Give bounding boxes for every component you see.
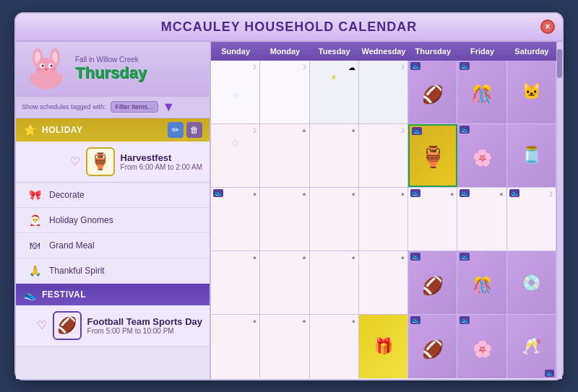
cell-r1c3[interactable]: ☁ ☀ <box>310 61 359 123</box>
sidebar: Fall in Willow Creek Thursday Show sched… <box>16 42 211 379</box>
holiday-section: ⭐ HOLIDAY ✏ 🗑 ♡ 🏺 Harvestfest From 6:00 … <box>16 118 210 284</box>
scrollbar-thumb <box>557 49 562 78</box>
harvestfest-favorite-button[interactable]: ♡ <box>70 154 80 168</box>
decorate-label: Decorate <box>49 190 85 200</box>
harvestfest-icon: 🏺 <box>86 147 115 176</box>
calendar-header: Sunday Monday Tuesday Wednesday Thursday… <box>211 42 556 61</box>
gnomes-label: Holiday Gnomes <box>49 215 113 225</box>
cell-r5c2[interactable]: ● <box>260 315 309 378</box>
cell-r3c4[interactable]: ● <box>359 188 408 251</box>
cell-r3c2[interactable]: ● <box>260 188 309 251</box>
thankful-icon: 🙏 <box>26 262 43 279</box>
cell-r3c3[interactable]: ● <box>310 188 359 251</box>
cell-r3c1[interactable]: 👟 ● <box>211 188 260 251</box>
cell-r1c4[interactable]: ☽ <box>359 61 408 123</box>
cell-r2c6[interactable]: 👟 🌸 <box>457 124 506 187</box>
decorate-icon: 🎀 <box>26 186 43 204</box>
bunny-mascot <box>25 48 68 91</box>
calendar-row-5: ● ● ● 🎁 👟 🏈 👟 <box>211 315 556 378</box>
calendar-area: Sunday Monday Tuesday Wednesday Thursday… <box>211 42 556 379</box>
holiday-actions: ✏ 🗑 <box>168 122 202 138</box>
cell-r2c5-harvestfest[interactable]: 👟 🏺 <box>408 124 457 187</box>
cell-r4c7[interactable]: 💿 <box>507 251 556 314</box>
cell-r2c1[interactable]: ☽ ✿ <box>211 124 260 187</box>
football-event: ♡ 🏈 Football Team Sports Day From 5:00 P… <box>16 305 210 347</box>
holiday-header: ⭐ HOLIDAY ✏ 🗑 <box>16 118 210 141</box>
cell-r4c1[interactable]: ● <box>211 251 260 314</box>
window-title: McCauley Household Calendar <box>161 19 418 35</box>
cell-r5c6[interactable]: 👟 🌸 <box>457 315 506 378</box>
cell-r5c3[interactable]: ● <box>310 315 359 378</box>
cell-r1c5-thursday[interactable]: 👟 🏈 <box>408 61 457 123</box>
content-area: Fall in Willow Creek Thursday Show sched… <box>16 42 562 379</box>
festival-header: 👟 FESTIVAL <box>16 284 210 305</box>
cell-r4c5[interactable]: 👟 🏈 <box>408 251 457 314</box>
header-wednesday: Wednesday <box>359 45 408 58</box>
cell-r1c2[interactable]: ☽ <box>260 61 309 123</box>
decorate-item[interactable]: 🎀 Decorate <box>16 183 210 208</box>
close-button[interactable]: × <box>540 19 555 34</box>
cell-r5c1[interactable]: ● <box>211 315 260 378</box>
grand-meal-icon: 🍽 <box>26 237 43 254</box>
cell-r2c2[interactable]: ● <box>260 124 309 187</box>
calendar-row-3: 👟 ● ● ● ● 👟 ● <box>211 188 556 251</box>
header-tuesday: Tuesday <box>310 45 359 58</box>
sim-header: Fall in Willow Creek Thursday <box>16 42 210 97</box>
cell-r4c6[interactable]: 👟 🎊 <box>457 251 506 314</box>
gnomes-icon: 🎅 <box>26 212 43 229</box>
header-saturday: Saturday <box>507 45 556 58</box>
scrollbar[interactable] <box>556 42 562 379</box>
title-bar: McCauley Household Calendar × <box>16 14 562 42</box>
cell-r1c6-friday[interactable]: 👟 🎊 <box>457 61 506 123</box>
cell-r5c7[interactable]: 🥂 👟 <box>507 315 556 378</box>
cell-r4c2[interactable]: ● <box>260 251 309 314</box>
holiday-gnomes-item[interactable]: 🎅 Holiday Gnomes <box>16 208 210 233</box>
svg-point-11 <box>36 67 42 71</box>
cell-r2c4[interactable]: ☽ <box>359 124 408 187</box>
svg-point-12 <box>51 67 56 71</box>
football-time: From 5:00 PM to 10:00 PM <box>87 327 202 335</box>
cell-r4c4[interactable]: ● <box>359 251 408 314</box>
cell-r3c6[interactable]: 👟 ● <box>457 188 506 251</box>
grand-meal-label: Grand Meal <box>49 240 95 251</box>
football-text: Football Team Sports Day From 5:00 PM to… <box>87 316 202 335</box>
filter-bar: Show schedules tagged with: Filter Items… <box>16 97 210 118</box>
cell-r1c1[interactable]: ☽ ❄ <box>211 61 260 123</box>
cell-r1c7-saturday[interactable]: 🐱 <box>507 61 556 123</box>
cell-r4c3[interactable]: ● <box>310 251 359 314</box>
sim-location: Fall in Willow Creek <box>75 56 201 64</box>
calendar-grid: ☽ ❄ ☽ ☁ ☀ ☽ 👟 <box>211 61 556 379</box>
festival-category-icon: 👟 <box>23 287 38 302</box>
holiday-category-icon: ⭐ <box>23 123 38 137</box>
harvestfest-event: ♡ 🏺 Harvestfest From 6:00 AM to 2:00 AM <box>16 141 210 183</box>
grand-meal-item[interactable]: 🍽 Grand Meal <box>16 233 210 258</box>
festival-section: 👟 FESTIVAL ♡ 🏈 Football Team Sports Day … <box>16 284 210 347</box>
holiday-delete-button[interactable]: 🗑 <box>186 122 202 138</box>
football-name: Football Team Sports Day <box>87 316 202 327</box>
holiday-sub-items: 🎀 Decorate 🎅 Holiday Gnomes 🍽 Grand Meal… <box>16 183 210 284</box>
calendar-row-1: ☽ ❄ ☽ ☁ ☀ ☽ 👟 <box>211 61 556 124</box>
filter-label: Show schedules tagged with: <box>22 103 106 110</box>
arrow-icon: ▼ <box>163 100 176 115</box>
header-monday: Monday <box>260 45 309 58</box>
svg-point-10 <box>45 68 48 70</box>
cell-r2c7[interactable]: 🫙 <box>507 124 556 187</box>
header-thursday: Thursday <box>408 45 457 58</box>
calendar-row-4: ● ● ● ● 👟 🏈 👟 <box>211 251 556 315</box>
thankful-spirit-item[interactable]: 🙏 Thankful Spirit <box>16 258 210 284</box>
svg-point-9 <box>51 64 53 66</box>
football-favorite-button[interactable]: ♡ <box>37 318 47 332</box>
holiday-edit-button[interactable]: ✏ <box>168 122 184 138</box>
calendar-row-2: ☽ ✿ ● ● ☽ 👟 🏺 <box>211 124 556 188</box>
filter-items-button[interactable]: Filter Items... <box>111 101 158 113</box>
festival-label: FESTIVAL <box>42 289 86 300</box>
cell-r2c3[interactable]: ● <box>310 124 359 187</box>
cell-r5c4[interactable]: 🎁 <box>359 315 408 378</box>
cell-r3c5[interactable]: 👟 ● <box>408 188 457 251</box>
cell-r3c7[interactable]: 👟 ☽ <box>507 188 556 251</box>
svg-point-8 <box>42 64 44 66</box>
harvestfest-text: Harvestfest From 6:00 AM to 2:00 AM <box>121 152 202 171</box>
football-icon: 🏈 <box>53 311 82 340</box>
main-window: McCauley Household Calendar × <box>14 12 564 380</box>
cell-r5c5[interactable]: 👟 🏈 <box>408 315 457 378</box>
